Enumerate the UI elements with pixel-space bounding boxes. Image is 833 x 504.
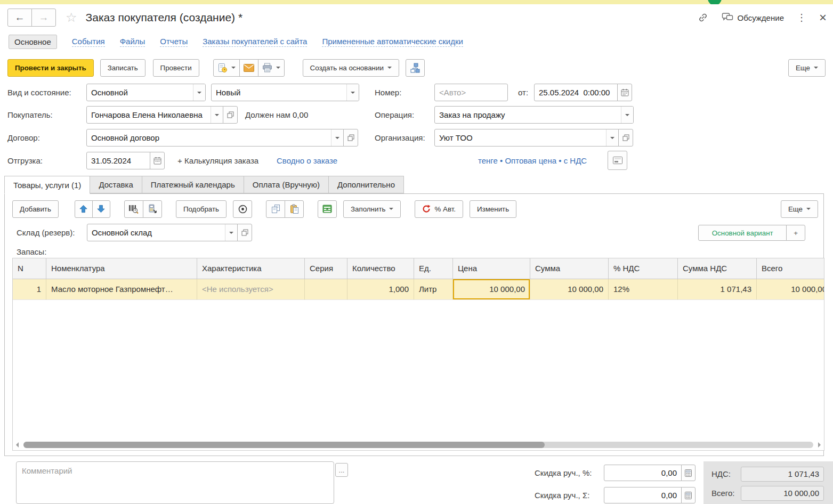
discount-sum-input[interactable] bbox=[604, 487, 682, 503]
customer-select[interactable]: Гончарова Елена Николаевна bbox=[86, 106, 223, 124]
open-organization-button[interactable] bbox=[618, 129, 633, 147]
order-kind-select[interactable]: Основной bbox=[86, 84, 206, 101]
col-series[interactable]: Серия bbox=[305, 258, 347, 279]
scroll-right-icon[interactable] bbox=[818, 442, 821, 448]
operation-select[interactable]: Заказ на продажу bbox=[434, 106, 634, 124]
col-unit[interactable]: Ед. bbox=[414, 258, 453, 279]
price-settings-link[interactable]: тенге • Оптовая цена • с НДС bbox=[478, 152, 587, 169]
report-button[interactable] bbox=[213, 59, 240, 77]
col-quantity[interactable]: Количество bbox=[347, 258, 414, 279]
view-button[interactable] bbox=[233, 200, 252, 218]
cell-amount[interactable]: 10 000,00 bbox=[530, 279, 609, 300]
close-icon[interactable]: × bbox=[819, 11, 827, 24]
write-button[interactable]: Записать bbox=[100, 59, 145, 77]
copy-rows-button[interactable] bbox=[266, 200, 285, 218]
add-variant-button[interactable]: + bbox=[786, 225, 805, 241]
cell-total[interactable]: 10 000,00 bbox=[757, 279, 824, 300]
fill-table-button[interactable] bbox=[318, 200, 337, 218]
back-button[interactable]: ← bbox=[7, 9, 32, 27]
tab-additional[interactable]: Дополнительно bbox=[329, 176, 404, 193]
cell-nomenclature[interactable]: Масло моторное Газпромнефт… bbox=[46, 279, 197, 300]
scroll-left-icon[interactable] bbox=[16, 442, 19, 448]
tab-goods-services[interactable]: Товары, услуги (1) bbox=[4, 176, 90, 194]
dropdown-button[interactable] bbox=[606, 129, 618, 146]
calculator-button[interactable] bbox=[681, 465, 695, 481]
dropdown-button[interactable] bbox=[346, 84, 359, 101]
col-characteristic[interactable]: Характеристика bbox=[197, 258, 305, 279]
link-icon[interactable] bbox=[697, 12, 709, 23]
cell-quantity[interactable]: 1,000 bbox=[347, 279, 414, 300]
post-and-close-button[interactable]: Провести и закрыть bbox=[7, 59, 94, 77]
data-terminal-button[interactable] bbox=[143, 200, 162, 218]
dropdown-button[interactable] bbox=[211, 107, 223, 123]
cell-vat-percent[interactable]: 12% bbox=[609, 279, 678, 300]
nav-reports[interactable]: Отчеты bbox=[160, 37, 188, 47]
dropdown-button[interactable] bbox=[621, 107, 633, 123]
dropdown-button[interactable] bbox=[331, 129, 343, 146]
nav-site-orders[interactable]: Заказы покупателей с сайта bbox=[203, 37, 307, 47]
tab-payment-calendar[interactable]: Платежный календарь bbox=[142, 176, 244, 193]
favorite-star-icon[interactable]: ☆ bbox=[66, 11, 77, 24]
dropdown-button[interactable] bbox=[193, 84, 205, 101]
col-total[interactable]: Всего bbox=[757, 258, 824, 279]
organization-select[interactable]: Уют ТОО bbox=[434, 129, 619, 147]
create-based-on-button[interactable]: Создать на основании bbox=[303, 59, 399, 77]
debt-amount-link[interactable]: 0,00 bbox=[293, 110, 308, 119]
open-contract-button[interactable] bbox=[343, 129, 358, 147]
tab-delivery[interactable]: Доставка bbox=[90, 176, 142, 193]
calendar-button[interactable] bbox=[617, 84, 632, 101]
number-input[interactable] bbox=[434, 84, 508, 101]
nav-events[interactable]: События bbox=[72, 37, 105, 47]
add-row-button[interactable]: Добавить bbox=[12, 200, 59, 218]
order-state-select[interactable]: Новый bbox=[211, 84, 359, 101]
nav-auto-discounts[interactable]: Примененные автоматические скидки bbox=[322, 37, 463, 47]
scrollbar-thumb[interactable] bbox=[23, 442, 545, 448]
order-summary-link[interactable]: Сводно о заказе bbox=[277, 152, 337, 169]
goods-more-button[interactable]: Еще bbox=[781, 200, 818, 218]
discussion-button[interactable]: Обсуждение bbox=[722, 12, 784, 23]
cell-price[interactable]: 10 000,00 bbox=[453, 279, 530, 300]
calendar-button[interactable] bbox=[150, 152, 165, 169]
variant-button[interactable]: Основной вариант bbox=[698, 225, 787, 241]
col-vat-percent[interactable]: % НДС bbox=[609, 258, 678, 279]
horizontal-scrollbar[interactable] bbox=[16, 441, 821, 449]
col-amount[interactable]: Сумма bbox=[530, 258, 609, 279]
price-type-button[interactable] bbox=[608, 151, 627, 170]
col-nomenclature[interactable]: Номенклатура bbox=[46, 258, 197, 279]
scrollbar-track[interactable] bbox=[23, 442, 813, 448]
more-button[interactable]: Еще bbox=[788, 59, 826, 77]
post-button[interactable]: Провести bbox=[153, 59, 199, 77]
auto-discount-button[interactable]: % Авт. bbox=[415, 200, 463, 218]
cell-series[interactable] bbox=[305, 279, 347, 300]
forward-button[interactable]: → bbox=[31, 9, 56, 27]
date-input[interactable]: 25.05.2024 0:00:00 bbox=[534, 84, 618, 101]
col-n[interactable]: N bbox=[13, 258, 46, 279]
calculator-button[interactable] bbox=[681, 487, 695, 503]
open-warehouse-button[interactable] bbox=[237, 224, 252, 241]
col-price[interactable]: Цена bbox=[453, 258, 530, 279]
paste-rows-button[interactable] bbox=[285, 200, 304, 218]
nav-files[interactable]: Файлы bbox=[120, 37, 145, 47]
move-up-button[interactable] bbox=[75, 200, 93, 218]
discount-percent-input[interactable] bbox=[604, 465, 682, 481]
subordination-structure-button[interactable] bbox=[406, 59, 425, 77]
barcode-scan-button[interactable] bbox=[124, 200, 143, 218]
shipping-date-input[interactable]: 31.05.2024 bbox=[86, 152, 150, 169]
print-button[interactable] bbox=[258, 59, 285, 77]
comment-expand-button[interactable]: ... bbox=[335, 463, 348, 477]
order-calculation-toggle[interactable]: + Калькуляция заказа bbox=[177, 152, 258, 169]
open-customer-button[interactable] bbox=[223, 106, 238, 124]
cell-unit[interactable]: Литр bbox=[414, 279, 453, 300]
contract-select[interactable]: Основной договор bbox=[86, 129, 344, 147]
nav-main[interactable]: Основное bbox=[9, 35, 57, 49]
more-menu-icon[interactable]: ⋮ bbox=[797, 12, 806, 23]
fill-button[interactable]: Заполнить bbox=[343, 200, 401, 218]
dropdown-button[interactable] bbox=[225, 224, 237, 241]
change-button[interactable]: Изменить bbox=[470, 200, 516, 218]
tab-payment-manual[interactable]: Оплата (Вручную) bbox=[244, 176, 329, 193]
move-down-button[interactable] bbox=[92, 200, 110, 218]
mail-button[interactable] bbox=[239, 59, 258, 77]
cell-vat-amount[interactable]: 1 071,43 bbox=[678, 279, 757, 300]
cell-n[interactable]: 1 bbox=[13, 279, 46, 300]
cell-characteristic[interactable]: <Не используется> bbox=[197, 279, 305, 300]
